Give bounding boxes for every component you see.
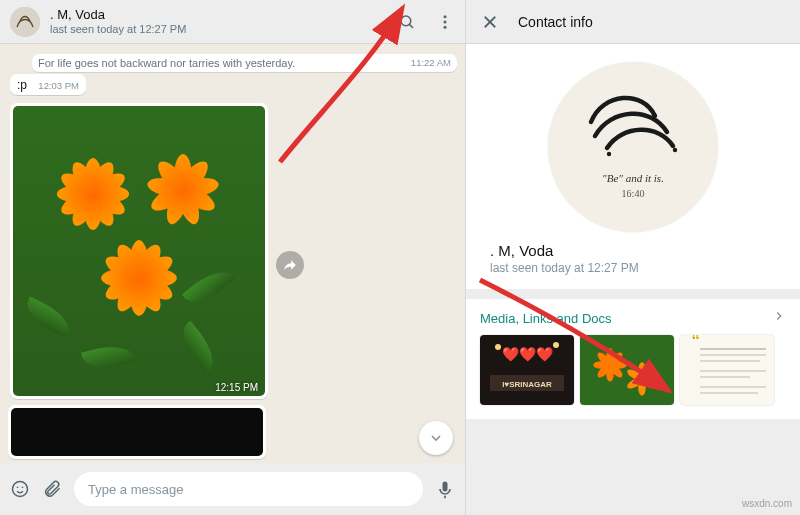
svg-text:16:40: 16:40 <box>622 188 645 199</box>
media-thumb[interactable]: I♥SRINAGAR ❤️❤️❤️ <box>480 335 574 405</box>
media-section-header[interactable]: Media, Links and Docs <box>480 309 786 327</box>
media-thumb[interactable] <box>580 335 674 405</box>
chat-header-actions <box>397 12 455 32</box>
svg-line-2 <box>409 24 413 28</box>
svg-rect-22 <box>580 335 674 405</box>
forward-icon[interactable] <box>276 251 304 279</box>
media-thumb[interactable]: “ <box>680 335 774 405</box>
scroll-to-bottom-button[interactable] <box>419 421 453 455</box>
contact-avatar-small[interactable] <box>10 7 40 37</box>
message-input-box[interactable] <box>74 472 423 506</box>
media-section-title: Media, Links and Docs <box>480 311 612 326</box>
chevron-right-icon[interactable] <box>772 309 786 327</box>
contact-info-panel: Contact info "Be" and it is. 16:40 . M, … <box>466 0 800 515</box>
media-links-docs-section[interactable]: Media, Links and Docs I♥SRINAGAR ❤️❤️❤️ <box>466 299 800 419</box>
message-time: 12:03 PM <box>38 80 79 91</box>
svg-point-13 <box>673 148 677 152</box>
contact-name: . M, Voda <box>50 8 397 22</box>
svg-point-12 <box>607 152 611 156</box>
message-photo-dark[interactable] <box>8 405 266 459</box>
svg-point-5 <box>444 25 447 28</box>
svg-text:I♥SRINAGAR: I♥SRINAGAR <box>502 380 552 389</box>
profile-card: "Be" and it is. 16:40 . M, Voda last see… <box>466 44 800 289</box>
chat-header-text[interactable]: . M, Voda last seen today at 12:27 PM <box>50 8 397 34</box>
close-icon[interactable] <box>480 12 500 32</box>
svg-point-20 <box>495 344 501 350</box>
mic-icon[interactable] <box>435 479 455 499</box>
svg-point-4 <box>444 20 447 23</box>
svg-point-8 <box>22 487 24 489</box>
svg-rect-11 <box>548 62 718 232</box>
svg-text:❤️❤️❤️: ❤️❤️❤️ <box>502 346 554 363</box>
svg-point-3 <box>444 15 447 18</box>
media-thumbnails: I♥SRINAGAR ❤️❤️❤️ “ <box>480 335 786 405</box>
message-text: :p <box>17 78 27 92</box>
chat-input-bar <box>0 463 465 515</box>
chat-messages-area[interactable]: For life goes not backward nor tarries w… <box>0 44 465 463</box>
menu-icon[interactable] <box>435 12 455 32</box>
profile-name: . M, Voda <box>466 242 553 259</box>
svg-text:“: “ <box>692 335 699 354</box>
message-text: For life goes not backward nor tarries w… <box>38 57 295 69</box>
emoji-icon[interactable] <box>10 479 30 499</box>
svg-point-7 <box>17 487 19 489</box>
message-photo[interactable]: 12:15 PM <box>10 103 268 399</box>
message-time: 11:22 AM <box>411 57 451 68</box>
search-icon[interactable] <box>397 12 417 32</box>
svg-point-1 <box>401 16 411 26</box>
svg-point-0 <box>10 7 40 37</box>
photo-content <box>13 106 265 396</box>
svg-point-6 <box>13 482 28 497</box>
svg-text:"Be" and it is.: "Be" and it is. <box>602 172 664 184</box>
contact-status: last seen today at 12:27 PM <box>50 23 397 35</box>
message-text-short[interactable]: :p 12:03 PM <box>10 74 86 95</box>
chat-header: . M, Voda last seen today at 12:27 PM <box>0 0 465 44</box>
svg-point-21 <box>553 342 559 348</box>
message-quote[interactable]: For life goes not backward nor tarries w… <box>32 54 457 72</box>
contact-avatar-large[interactable]: "Be" and it is. 16:40 <box>548 62 718 232</box>
message-input[interactable] <box>88 482 409 497</box>
photo-content-dark <box>11 408 263 456</box>
profile-status: last seen today at 12:27 PM <box>466 261 639 275</box>
message-time: 12:15 PM <box>215 382 258 393</box>
attach-icon[interactable] <box>42 479 62 499</box>
info-header: Contact info <box>466 0 800 44</box>
info-title: Contact info <box>518 14 593 30</box>
chat-pane: . M, Voda last seen today at 12:27 PM Fo… <box>0 0 466 515</box>
